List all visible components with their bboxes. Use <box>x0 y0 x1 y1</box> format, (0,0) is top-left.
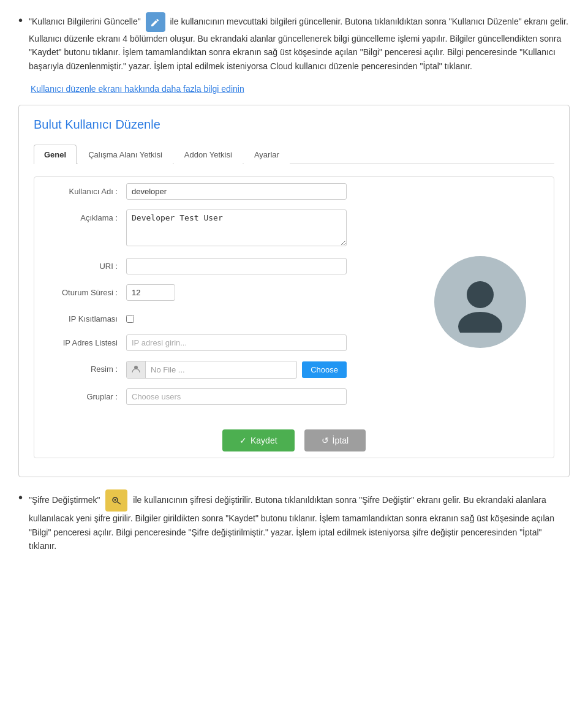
cancel-button-label: İptal <box>333 436 349 445</box>
form-panel: Kullanıcı Adı : Açıklama : Developer Tes… <box>34 176 554 458</box>
label-groups: Gruplar : <box>47 388 126 401</box>
card-title: Bulut Kullanıcı Düzenle <box>34 118 554 132</box>
svg-point-5 <box>115 499 116 501</box>
choose-file-button[interactable]: Choose <box>302 361 347 378</box>
bullet-dot-2: • <box>18 491 23 505</box>
select-groups-wrapper <box>126 388 347 405</box>
label-description: Açıklama : <box>47 210 126 222</box>
field-uri: URI : <box>47 258 413 274</box>
input-uri-wrapper <box>126 258 347 274</box>
info-link[interactable]: Kullanıcı düzenle ekranı hakkında daha f… <box>31 84 570 94</box>
form-body: Kullanıcı Adı : Açıklama : Developer Tes… <box>47 183 541 415</box>
bullet-section-1: • "Kullanıcı Bilgilerini Güncelle" ile k… <box>18 12 570 73</box>
field-session: Oturum Süresi : <box>47 284 413 301</box>
bullet1-text-before: "Kullanıcı Bilgilerini Güncelle" <box>29 17 141 26</box>
checkbox-ip-wrapper <box>126 311 347 325</box>
field-groups: Gruplar : <box>47 388 413 405</box>
file-input-wrapper: No File ... Choose <box>126 361 347 379</box>
avatar-area <box>419 183 541 415</box>
label-uri: URI : <box>47 258 126 271</box>
save-button[interactable]: ✓ Kaydet <box>222 429 295 451</box>
tab-genel[interactable]: Genel <box>34 145 77 164</box>
file-input-box: No File ... <box>126 361 297 379</box>
save-button-label: Kaydet <box>251 436 277 445</box>
bullet-text-1: "Kullanıcı Bilgilerini Güncelle" ile kul… <box>29 12 570 73</box>
checkbox-ip-restriction[interactable] <box>126 315 134 323</box>
svg-point-1 <box>467 281 494 308</box>
field-username: Kullanıcı Adı : <box>47 183 413 200</box>
field-image: Resim : No File ... <box>47 361 413 379</box>
svg-line-4 <box>117 502 121 504</box>
input-ip-list[interactable] <box>126 334 347 351</box>
user-avatar <box>434 256 526 348</box>
label-session: Oturum Süresi : <box>47 284 126 297</box>
input-uri[interactable] <box>126 258 347 274</box>
undo-icon: ↺ <box>322 436 329 445</box>
label-ip-list: IP Adres Listesi <box>47 334 126 347</box>
svg-point-2 <box>458 312 502 333</box>
textarea-description[interactable]: Developer Test User <box>126 210 347 246</box>
tab-bar: Genel Çalışma Alanı Yetkisi Addon Yetkis… <box>34 144 554 164</box>
input-session-wrapper <box>126 284 347 301</box>
bullet-section-2: • "Şifre Değiştirmek" ile kullanıcının ş… <box>18 489 570 553</box>
input-groups[interactable] <box>126 388 347 405</box>
edit-icon <box>146 12 165 32</box>
input-username-wrapper <box>126 183 347 200</box>
key-icon <box>105 489 127 512</box>
label-username: Kullanıcı Adı : <box>47 183 126 196</box>
bullet-text-2: "Şifre Değiştirmek" ile kullanıcının şif… <box>29 489 570 553</box>
file-name-text: No File ... <box>146 362 190 377</box>
input-username[interactable] <box>126 183 347 200</box>
label-ip-restriction: IP Kısıtlaması <box>47 311 126 323</box>
field-ip-restriction: IP Kısıtlaması <box>47 311 413 325</box>
tab-addon[interactable]: Addon Yetkisi <box>174 145 243 164</box>
form-fields: Kullanıcı Adı : Açıklama : Developer Tes… <box>47 183 413 415</box>
field-description: Açıklama : Developer Test User <box>47 210 413 248</box>
action-buttons: ✓ Kaydet ↺ İptal <box>47 429 541 451</box>
cancel-button[interactable]: ↺ İptal <box>304 429 366 451</box>
file-row: No File ... Choose <box>126 361 347 379</box>
label-image: Resim : <box>47 361 126 374</box>
tab-calisma[interactable]: Çalışma Alanı Yetkisi <box>78 145 173 164</box>
tab-ayarlar[interactable]: Ayarlar <box>244 145 290 164</box>
bullet2-text-before: "Şifre Değiştirmek" <box>29 495 100 505</box>
input-session[interactable] <box>126 284 175 301</box>
edit-user-card: Bulut Kullanıcı Düzenle Genel Çalışma Al… <box>18 105 570 477</box>
input-ip-list-wrapper <box>126 334 347 351</box>
textarea-description-wrapper: Developer Test User <box>126 210 347 248</box>
field-ip-list: IP Adres Listesi <box>47 334 413 351</box>
user-file-icon <box>127 361 146 378</box>
bullet-dot-1: • <box>18 13 23 28</box>
check-icon: ✓ <box>239 436 247 445</box>
